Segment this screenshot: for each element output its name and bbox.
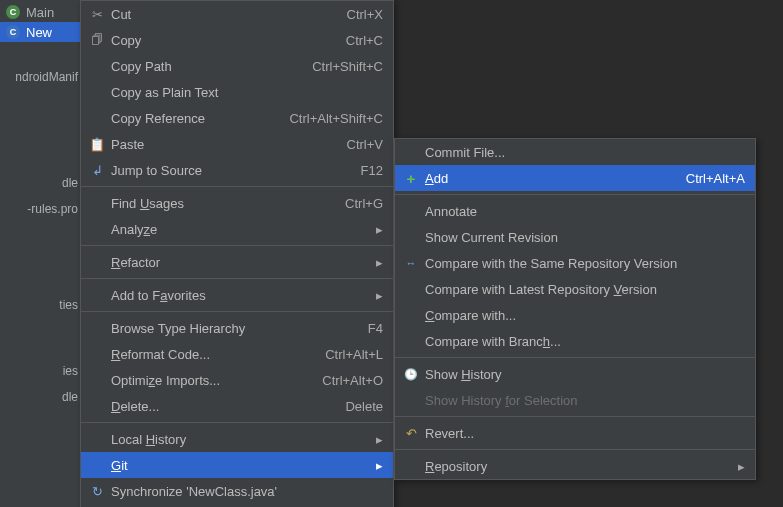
editor-tab-main[interactable]: C Main (0, 2, 80, 22)
tree-item[interactable]: ties (0, 292, 80, 318)
menu-label: Optimize Imports... (107, 373, 322, 388)
editor-tab-new[interactable]: C New (0, 22, 80, 42)
separator (81, 245, 393, 246)
menu-item-delete[interactable]: Delete... Delete (81, 393, 393, 419)
menu-item-show-history-selection: Show History for Selection (395, 387, 755, 413)
menu-item-show-current-revision[interactable]: Show Current Revision (395, 224, 755, 250)
menu-label: Compare with Latest Repository Version (421, 282, 745, 297)
shortcut: F4 (368, 321, 383, 336)
shortcut: Ctrl+X (347, 7, 383, 22)
menu-item-commit-file[interactable]: Commit File... (395, 139, 755, 165)
menu-label: Show Current Revision (421, 230, 745, 245)
tree-item[interactable]: ndroidManif (0, 64, 80, 90)
menu-item-annotate[interactable]: Annotate (395, 198, 755, 224)
shortcut: Ctrl+V (347, 137, 383, 152)
menu-item-analyze[interactable]: Analyze ▸ (81, 216, 393, 242)
menu-item-revert[interactable]: Revert... (395, 420, 755, 446)
menu-label: Copy as Plain Text (107, 85, 383, 100)
separator (395, 357, 755, 358)
menu-label: Jump to Source (107, 163, 361, 178)
menu-label: Revert... (421, 426, 745, 441)
menu-item-refactor[interactable]: Refactor ▸ (81, 249, 393, 275)
menu-label: Show History for Selection (421, 393, 745, 408)
shortcut: Ctrl+G (345, 196, 383, 211)
submenu-arrow-icon: ▸ (373, 432, 383, 447)
separator (81, 311, 393, 312)
shortcut: Ctrl+Alt+L (325, 347, 383, 362)
tree-item[interactable]: dle (0, 170, 80, 196)
menu-label: Compare with... (421, 308, 745, 323)
copy-icon (87, 33, 107, 47)
plus-icon (401, 170, 421, 187)
menu-item-show-history[interactable]: Show History (395, 361, 755, 387)
context-menu: Cut Ctrl+X Copy Ctrl+C Copy Path Ctrl+Sh… (80, 0, 394, 507)
tree-item[interactable]: ies (0, 358, 80, 384)
menu-item-compare-branch[interactable]: Compare with Branch... (395, 328, 755, 354)
shortcut: Delete (345, 399, 383, 414)
menu-item-optimize-imports[interactable]: Optimize Imports... Ctrl+Alt+O (81, 367, 393, 393)
menu-item-jump-to-source[interactable]: Jump to Source F12 (81, 157, 393, 183)
menu-label: Synchronize 'NewClass.java' (107, 484, 383, 499)
menu-item-compare-latest-repo[interactable]: Compare with Latest Repository Version (395, 276, 755, 302)
separator (81, 422, 393, 423)
menu-label: Reformat Code... (107, 347, 325, 362)
menu-label: Local History (107, 432, 373, 447)
menu-label: Commit File... (421, 145, 745, 160)
diff-icon (401, 257, 421, 269)
submenu-arrow-icon: ▸ (373, 222, 383, 237)
menu-label: Annotate (421, 204, 745, 219)
separator (81, 186, 393, 187)
shortcut: Ctrl+Shift+C (312, 59, 383, 74)
tab-label: Main (26, 5, 54, 20)
menu-item-add[interactable]: Add Ctrl+Alt+A (395, 165, 755, 191)
menu-label: Add (421, 171, 686, 186)
menu-label: Show History (421, 367, 745, 382)
menu-item-copy-path[interactable]: Copy Path Ctrl+Shift+C (81, 53, 393, 79)
menu-item-copy-plain[interactable]: Copy as Plain Text (81, 79, 393, 105)
menu-item-local-history[interactable]: Local History ▸ (81, 426, 393, 452)
menu-item-repository[interactable]: Repository ▸ (395, 453, 755, 479)
menu-item-cut[interactable]: Cut Ctrl+X (81, 1, 393, 27)
paste-icon (87, 137, 107, 152)
separator (81, 278, 393, 279)
project-panel: C Main C New ndroidManif dle -rules.pro … (0, 0, 80, 507)
menu-label: Repository (421, 459, 735, 474)
menu-label: Compare with the Same Repository Version (421, 256, 745, 271)
shortcut: F12 (361, 163, 383, 178)
tab-label: New (26, 25, 52, 40)
menu-label: Refactor (107, 255, 373, 270)
menu-item-synchronize[interactable]: Synchronize 'NewClass.java' (81, 478, 393, 504)
menu-item-find-usages[interactable]: Find Usages Ctrl+G (81, 190, 393, 216)
submenu-arrow-icon: ▸ (373, 255, 383, 270)
submenu-arrow-icon: ▸ (373, 458, 383, 473)
jump-icon (87, 163, 107, 178)
menu-item-add-to-favorites[interactable]: Add to Favorites ▸ (81, 282, 393, 308)
menu-item-browse-type-hierarchy[interactable]: Browse Type Hierarchy F4 (81, 315, 393, 341)
menu-item-reformat-code[interactable]: Reformat Code... Ctrl+Alt+L (81, 341, 393, 367)
menu-item-compare-same-repo[interactable]: Compare with the Same Repository Version (395, 250, 755, 276)
revert-icon (401, 426, 421, 441)
git-submenu: Commit File... Add Ctrl+Alt+A Annotate S… (394, 138, 756, 480)
menu-item-copy-reference[interactable]: Copy Reference Ctrl+Alt+Shift+C (81, 105, 393, 131)
sync-icon (87, 484, 107, 499)
menu-item-paste[interactable]: Paste Ctrl+V (81, 131, 393, 157)
tree-item[interactable]: -rules.pro (0, 196, 80, 222)
menu-item-copy[interactable]: Copy Ctrl+C (81, 27, 393, 53)
menu-label: Add to Favorites (107, 288, 373, 303)
shortcut: Ctrl+Alt+O (322, 373, 383, 388)
separator (395, 416, 755, 417)
menu-label: Git (107, 458, 373, 473)
menu-item-compare-with[interactable]: Compare with... (395, 302, 755, 328)
submenu-arrow-icon: ▸ (735, 459, 745, 474)
shortcut: Ctrl+Alt+Shift+C (289, 111, 383, 126)
menu-label: Compare with Branch... (421, 334, 745, 349)
tree-item[interactable]: dle (0, 384, 80, 410)
menu-label: Find Usages (107, 196, 345, 211)
class-icon: C (6, 25, 20, 39)
menu-item-git[interactable]: Git ▸ (81, 452, 393, 478)
menu-label: Copy Reference (107, 111, 289, 126)
separator (395, 449, 755, 450)
submenu-arrow-icon: ▸ (373, 288, 383, 303)
menu-label: Paste (107, 137, 347, 152)
menu-label: Cut (107, 7, 347, 22)
